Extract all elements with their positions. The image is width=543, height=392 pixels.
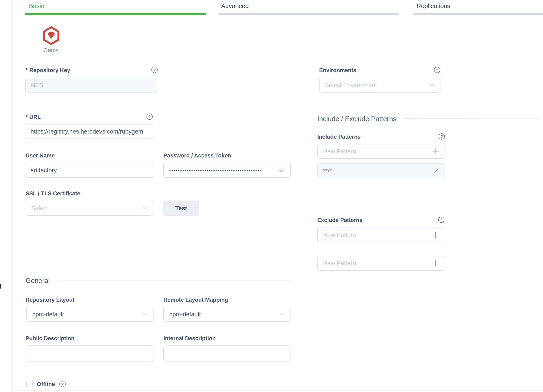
general-divider [58, 281, 291, 281]
include-pattern-new-field[interactable] [323, 145, 429, 158]
environments-select[interactable]: Select Environment [319, 78, 441, 93]
tab-advanced-underline [219, 13, 399, 15]
password-input[interactable]: ••••••••••••••••••••••••••••••••••••••••… [163, 163, 291, 178]
chevron-down-icon [429, 83, 435, 87]
public-description-label: Public Description [26, 335, 74, 342]
exclude-pattern-new-input-2[interactable] [317, 256, 445, 271]
url-label: * URL [26, 114, 41, 120]
environments-placeholder: Select Environment [325, 82, 426, 89]
offline-checkbox[interactable] [26, 381, 33, 387]
exclude-patterns-label: Exclude Patterns [317, 217, 362, 223]
environments-help-icon[interactable]: ? [434, 67, 440, 73]
test-button[interactable]: Test [163, 200, 199, 216]
url-input[interactable] [25, 124, 153, 139]
environments-label: Environments [319, 67, 356, 74]
gems-icon [43, 26, 59, 45]
include-pattern-entry: **/* [317, 163, 445, 178]
left-edge-marker [0, 284, 1, 288]
add-pattern-icon[interactable] [432, 148, 439, 155]
include-exclude-divider [404, 118, 541, 119]
remove-pattern-icon[interactable] [433, 168, 439, 174]
ssl-certificate-select[interactable]: Select [26, 201, 153, 215]
internal-description-label: Internal Description [163, 335, 216, 342]
password-label: Password / Access Token [163, 153, 231, 159]
bottom-divider [12, 390, 543, 391]
exclude-patterns-help-icon[interactable]: ? [438, 217, 444, 223]
repository-settings-page: Basic Advanced Replications Gems * Repos… [0, 0, 543, 392]
general-section-title: General [26, 277, 50, 285]
tab-basic-underline [25, 13, 206, 15]
exclude-pattern-new-input-1[interactable] [317, 227, 445, 242]
password-masked-value: ••••••••••••••••••••••••••••••••••••••••… [169, 168, 274, 173]
include-pattern-entry-value: **/* [323, 168, 430, 174]
include-patterns-help-icon[interactable]: ? [439, 133, 445, 139]
include-pattern-new-input[interactable] [317, 144, 445, 159]
add-pattern-icon[interactable] [432, 259, 439, 267]
public-description-textarea[interactable] [26, 345, 153, 361]
left-pane-divider [12, 0, 13, 392]
eye-icon[interactable] [277, 167, 285, 173]
include-exclude-section-title: Include / Exclude Patterns [317, 115, 396, 123]
include-patterns-label: Include Patterns [317, 134, 361, 140]
add-pattern-icon[interactable] [432, 231, 439, 239]
chevron-down-icon [279, 313, 285, 316]
remote-layout-mapping-select[interactable]: npm-default [163, 307, 290, 322]
user-name-label: User Name [26, 153, 55, 159]
repository-key-input[interactable] [25, 78, 157, 93]
exclude-pattern-new-field-1[interactable] [323, 228, 429, 242]
gems-label: Gems [38, 47, 64, 54]
offline-help-icon[interactable]: ? [59, 381, 66, 387]
user-name-input[interactable] [25, 163, 153, 178]
repository-key-help-icon[interactable]: ? [151, 67, 158, 73]
remote-layout-mapping-label: Remote Layout Mapping [163, 297, 228, 303]
ssl-certificate-label: SSL / TLS Certificate [26, 190, 80, 197]
tab-advanced[interactable]: Advanced [221, 2, 249, 10]
internal-description-textarea[interactable] [163, 345, 290, 361]
exclude-pattern-new-field-2[interactable] [323, 257, 429, 270]
url-help-icon[interactable]: ? [147, 114, 153, 120]
repository-layout-label: Repository Layout [26, 297, 74, 303]
tab-basic[interactable]: Basic [29, 2, 44, 10]
remote-layout-mapping-value: npm-default [169, 311, 277, 318]
chevron-down-icon [142, 206, 147, 210]
repository-layout-select[interactable]: npm-default [26, 307, 153, 322]
repository-layout-value: npm-default [32, 311, 140, 318]
tab-replications[interactable]: Replications [417, 2, 450, 10]
repository-key-label: * Repository Key [26, 67, 70, 74]
offline-label: Offline [37, 381, 55, 387]
chevron-down-icon [142, 313, 148, 316]
ssl-certificate-placeholder: Select [31, 205, 139, 212]
tab-replications-underline [413, 13, 543, 15]
